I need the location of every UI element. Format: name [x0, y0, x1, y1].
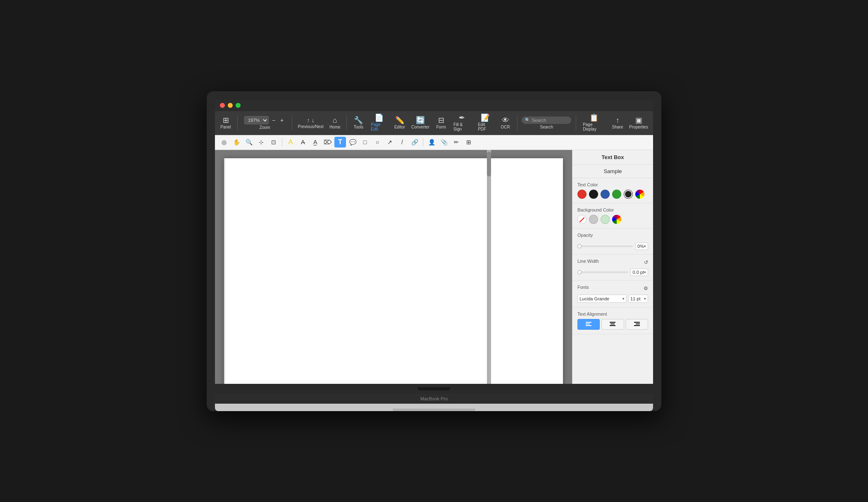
opacity-slider-track[interactable] [577, 245, 633, 247]
fonts-header: Fonts ⚙ [577, 285, 648, 292]
zoom-minus-button[interactable]: − [270, 116, 277, 124]
font-name-text: Lucida Grande [579, 296, 609, 301]
bg-color-gray[interactable] [589, 215, 598, 224]
color-blue[interactable] [601, 190, 610, 199]
svg-rect-5 [610, 325, 615, 326]
panel-icon: ⊞ [223, 117, 229, 124]
svg-rect-6 [634, 322, 640, 323]
comment-button[interactable]: 💬 [347, 137, 358, 148]
font-size-select[interactable]: 11 pt ▾ [628, 295, 648, 303]
color-green[interactable] [612, 190, 621, 199]
fill-sign-button[interactable]: ✒ Fill & Sign [451, 113, 473, 133]
bg-color-label: Background Color [577, 207, 648, 212]
signature-button[interactable]: ✏ [451, 137, 462, 148]
zoom-group: 197% 100% 150% − + Zoom [242, 115, 288, 131]
rectangle-button[interactable]: □ [359, 137, 371, 148]
hand-tool-button[interactable]: ✋ [231, 137, 242, 148]
bg-color-lightgreen[interactable] [601, 215, 610, 224]
close-button[interactable] [220, 103, 225, 108]
properties-button[interactable]: ▣ Properties [627, 115, 650, 131]
minimize-button[interactable] [228, 103, 233, 108]
search-box[interactable]: 🔍 Search [522, 117, 571, 124]
opacity-value[interactable]: 0% ▾ [635, 243, 648, 250]
attach-button[interactable]: 📎 [438, 137, 450, 148]
zoom-select[interactable]: 197% 100% 150% [244, 116, 269, 124]
share-button[interactable]: ↑ Share [610, 115, 625, 131]
fill-sign-label: Fill & Sign [453, 122, 470, 131]
fonts-settings-icon[interactable]: ⚙ [644, 285, 648, 291]
align-right-button[interactable] [626, 319, 648, 330]
line-width-slider-track[interactable] [577, 271, 628, 273]
svg-rect-3 [610, 322, 615, 323]
line-width-reset-icon[interactable]: ↺ [644, 259, 648, 265]
page-border [224, 158, 225, 384]
page-display-button[interactable]: 📋 Page Display [580, 113, 608, 133]
arrow-up-icon: ↑ [307, 117, 310, 124]
page-edit-button[interactable]: 📄 Page Edit [368, 113, 390, 133]
eraser-button[interactable]: ⌦ [322, 137, 334, 148]
svg-rect-2 [586, 325, 591, 326]
text-color-section: Text Color [572, 178, 653, 203]
page-display-label: Page Display [583, 122, 605, 131]
opacity-row: 0% ▾ [577, 243, 648, 250]
search-button[interactable]: 🔍 Search Search [522, 115, 572, 131]
maximize-button[interactable] [236, 103, 241, 108]
font-name-select[interactable]: Lucida Grande ▾ [577, 295, 627, 303]
opacity-slider-thumb[interactable] [577, 244, 582, 248]
circle-button[interactable]: ○ [372, 137, 383, 148]
arrow-button[interactable]: ↗ [384, 137, 396, 148]
divider-4 [517, 115, 517, 130]
editor-button[interactable]: ✏️ Editor [392, 115, 407, 131]
tools-icon: 🔧 [354, 117, 363, 124]
form-button[interactable]: ⊟ Form [434, 115, 448, 131]
fonts-row: Lucida Grande ▾ 11 pt ▾ [577, 295, 648, 303]
align-left-button[interactable] [577, 319, 600, 330]
fonts-label: Fonts [577, 285, 589, 290]
stamp-button[interactable]: 👤 [426, 137, 437, 148]
zoom-label: Zoom [260, 125, 270, 130]
strikethrough-button[interactable]: A̶ [297, 137, 309, 148]
underline-button[interactable]: A̲ [310, 137, 321, 148]
fonts-section: Fonts ⚙ Lucida Grande ▾ 11 pt ▾ [572, 281, 653, 307]
svg-rect-1 [586, 324, 590, 324]
text-tool-button[interactable]: T [334, 137, 346, 148]
table-button[interactable]: ⊞ [463, 137, 475, 148]
panel-button[interactable]: ⊞ Panel [218, 115, 233, 131]
align-center-button[interactable] [601, 319, 624, 330]
line-width-value[interactable]: 0.0 pt ▾ [630, 269, 648, 276]
page-display-icon: 📋 [589, 114, 599, 121]
bg-color-none[interactable] [577, 215, 587, 224]
highlight-button[interactable]: A [285, 137, 296, 148]
sec-divider [282, 138, 282, 146]
select-button[interactable]: ⊹ [255, 137, 267, 148]
color-multicolor[interactable] [635, 190, 644, 199]
background-color-section: Background Color [572, 203, 653, 228]
laptop-notch [417, 387, 451, 390]
line-width-slider-thumb[interactable] [577, 270, 582, 274]
edit-pdf-button[interactable]: 📝 Edit PDF [475, 113, 496, 133]
tools-button[interactable]: 🔧 Tools [351, 115, 366, 131]
align-left-icon [586, 322, 591, 327]
line-width-label: Line Width [577, 259, 599, 264]
converter-button[interactable]: 🔄 Converter [410, 115, 431, 131]
color-dark[interactable] [624, 190, 633, 199]
edit-pdf-icon: 📝 [481, 114, 490, 121]
zoom-plus-button[interactable]: + [279, 116, 285, 124]
scrollbar[interactable] [487, 150, 491, 384]
crop-button[interactable]: ⊡ [268, 137, 279, 148]
panel-label: Panel [220, 125, 231, 129]
color-black[interactable] [589, 190, 598, 199]
ocr-button[interactable]: 👁 OCR [498, 115, 513, 131]
pdf-page [224, 158, 563, 384]
scrollbar-thumb[interactable] [487, 152, 491, 176]
target-button[interactable]: ◎ [218, 137, 230, 148]
link-button[interactable]: 🔗 [409, 137, 420, 148]
bg-color-multicolor[interactable] [612, 215, 621, 224]
color-red[interactable] [577, 190, 587, 199]
edit-pdf-label: Edit PDF [478, 122, 493, 131]
zoom-tool-button[interactable]: 🔍 [243, 137, 255, 148]
home-icon: ⌂ [333, 117, 337, 124]
previous-next-button[interactable]: ↑ ↓ Previous/Next [296, 116, 325, 130]
line-button[interactable]: / [396, 137, 408, 148]
home-button[interactable]: ⌂ Home [327, 115, 342, 131]
